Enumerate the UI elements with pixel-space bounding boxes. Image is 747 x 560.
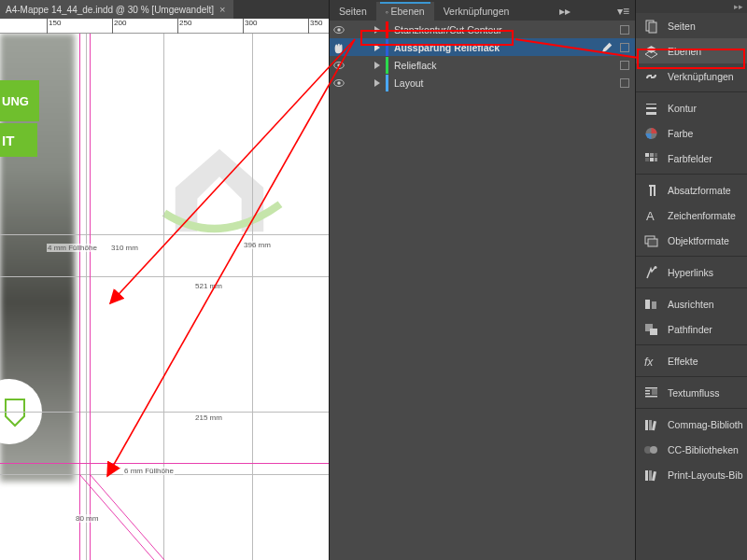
layer-name: Stanzkontur/Cut Contour xyxy=(394,24,502,35)
svg-rect-38 xyxy=(645,390,650,392)
svg-marker-15 xyxy=(645,46,657,53)
layer-row[interactable]: Aussparung Relieflack xyxy=(330,38,635,56)
sidebar-item-zeichenformate[interactable]: A Zeichenformate xyxy=(636,203,747,228)
tab-seiten[interactable]: Seiten xyxy=(330,2,376,21)
layers-icon xyxy=(643,44,659,59)
sidebar-item-seiten[interactable]: Seiten xyxy=(636,13,747,38)
sidebar-item-label: Farbe xyxy=(668,128,693,139)
selection-proxy-icon[interactable] xyxy=(620,61,629,70)
svg-rect-39 xyxy=(645,393,650,395)
panel-menu-icon[interactable]: ▾≡ xyxy=(612,2,635,21)
svg-rect-37 xyxy=(645,387,657,389)
svg-point-31 xyxy=(655,266,657,269)
sidebar-item-label: Farbfelder xyxy=(668,153,712,164)
dimension-label: 215 mm xyxy=(194,413,223,422)
visibility-icon[interactable] xyxy=(330,41,348,54)
sidebar-item-pathfinder[interactable]: Pathfinder xyxy=(636,316,747,342)
object-styles-icon xyxy=(643,233,659,248)
svg-line-2 xyxy=(90,474,164,560)
svg-marker-9 xyxy=(374,62,380,69)
layer-name: Layout xyxy=(394,77,424,89)
disclosure-icon[interactable] xyxy=(373,43,382,52)
document-tab[interactable]: A4-Mappe 14_44_de.indd @ 30 % [Umgewande… xyxy=(0,0,233,19)
selection-proxy-icon[interactable] xyxy=(620,78,629,88)
tab-verknuepfungen[interactable]: Verknüpfungen xyxy=(434,2,519,21)
green-text-box: UNG xyxy=(0,80,39,121)
svg-point-46 xyxy=(650,446,657,454)
svg-rect-30 xyxy=(648,239,657,246)
layer-row[interactable]: Stanzkontur/Cut Contour xyxy=(330,21,635,38)
sidebar-separator xyxy=(636,91,747,92)
ruler-tick: 350 xyxy=(308,19,322,34)
layer-color-swatch xyxy=(386,21,388,38)
swatches-icon xyxy=(643,151,659,166)
layer-row[interactable]: Layout xyxy=(330,74,635,91)
sidebar-item-label: Print-Layouts-Bib xyxy=(668,469,743,481)
layer-color-swatch xyxy=(386,39,388,56)
sidebar-item-kontur[interactable]: Kontur xyxy=(636,95,747,120)
sidebar-item-label: Hyperlinks xyxy=(668,267,713,278)
disclosure-icon[interactable] xyxy=(373,25,382,35)
active-layer-pen-icon xyxy=(599,41,614,54)
sidebar-item-label: Objektformate xyxy=(668,235,729,246)
sidebar-item-effekte[interactable]: fx Effekte xyxy=(636,348,747,373)
character-styles-icon: A xyxy=(643,208,659,223)
layers-panel: Seiten ◦ Ebenen Verknüpfungen ▸▸ ▾≡ Stan… xyxy=(329,0,635,560)
sidebar-item-label: Pathfinder xyxy=(668,324,712,335)
sidebar-item-verknuepfungen[interactable]: Verknüpfungen xyxy=(636,63,747,89)
sidebar-item-hyperlinks[interactable]: Hyperlinks xyxy=(636,259,747,285)
sidebar-item-commag[interactable]: Commag-Biblioth xyxy=(636,412,747,437)
layer-color-swatch xyxy=(386,57,388,74)
dimension-label: 396 mm xyxy=(243,241,272,249)
svg-text:fx: fx xyxy=(644,356,654,369)
sidebar-separator xyxy=(636,174,747,175)
dimension-label: 6 mm Füllhöhe xyxy=(123,467,175,475)
sidebar-item-label: CC-Bibliotheken xyxy=(668,444,739,455)
hyperlinks-icon xyxy=(643,265,659,280)
sidebar-item-print[interactable]: Print-Layouts-Bib xyxy=(636,462,747,487)
library-icon xyxy=(643,417,659,432)
stroke-icon xyxy=(643,101,659,116)
dimension-label: 310 mm xyxy=(110,244,139,252)
layer-row[interactable]: Relieflack xyxy=(330,56,635,74)
sidebar-item-label: Ebenen xyxy=(668,46,701,57)
document-canvas[interactable]: UNG IT 4 mm Füllhöhe 310 mm 396 mm 521 m… xyxy=(0,34,329,560)
sidebar-item-label: Textumfluss xyxy=(668,387,719,399)
svg-rect-22 xyxy=(650,153,654,157)
sidebar-separator xyxy=(636,344,747,345)
svg-rect-18 xyxy=(646,104,656,105)
svg-marker-5 xyxy=(374,26,380,34)
panel-collapse-icon[interactable]: ▸▸ xyxy=(554,2,576,21)
svg-rect-25 xyxy=(650,158,654,161)
selection-proxy-icon[interactable] xyxy=(620,43,629,52)
visibility-icon[interactable] xyxy=(330,23,348,36)
visibility-icon[interactable] xyxy=(330,59,348,72)
sidebar-item-objektformate[interactable]: Objektformate xyxy=(636,228,747,253)
layer-color-swatch xyxy=(386,75,388,91)
tab-ebenen[interactable]: ◦ Ebenen xyxy=(376,2,434,21)
sidebar-item-textumfluss[interactable]: Textumfluss xyxy=(636,380,747,405)
selection-proxy-icon[interactable] xyxy=(620,25,629,35)
svg-rect-32 xyxy=(645,300,650,309)
library-icon xyxy=(643,468,659,483)
svg-rect-33 xyxy=(652,301,656,309)
svg-rect-49 xyxy=(652,471,656,481)
pages-icon xyxy=(643,19,659,34)
visibility-icon[interactable] xyxy=(330,77,348,90)
sidebar-item-label: Ausrichten xyxy=(668,299,714,310)
sidebar-item-absatzformate[interactable]: Absatzformate xyxy=(636,177,747,203)
sidebar-item-ebenen[interactable]: Ebenen xyxy=(636,38,747,63)
svg-marker-12 xyxy=(374,79,380,87)
sidebar-item-ausrichten[interactable]: Ausrichten xyxy=(636,291,747,316)
sidebar-collapse-icon[interactable]: ▸▸ xyxy=(636,0,747,13)
disclosure-icon[interactable] xyxy=(373,61,382,70)
sidebar-item-farbe[interactable]: Farbe xyxy=(636,120,747,146)
align-icon xyxy=(643,297,659,312)
links-icon xyxy=(643,69,659,84)
sidebar-item-cc[interactable]: CC-Bibliotheken xyxy=(636,437,747,462)
sidebar-item-farbfelder[interactable]: Farbfelder xyxy=(636,146,747,171)
sidebar-separator xyxy=(636,376,747,377)
disclosure-icon[interactable] xyxy=(373,78,382,88)
panel-tab-bar: Seiten ◦ Ebenen Verknüpfungen ▸▸ ▾≡ xyxy=(330,0,635,21)
close-icon[interactable]: × xyxy=(219,4,225,15)
